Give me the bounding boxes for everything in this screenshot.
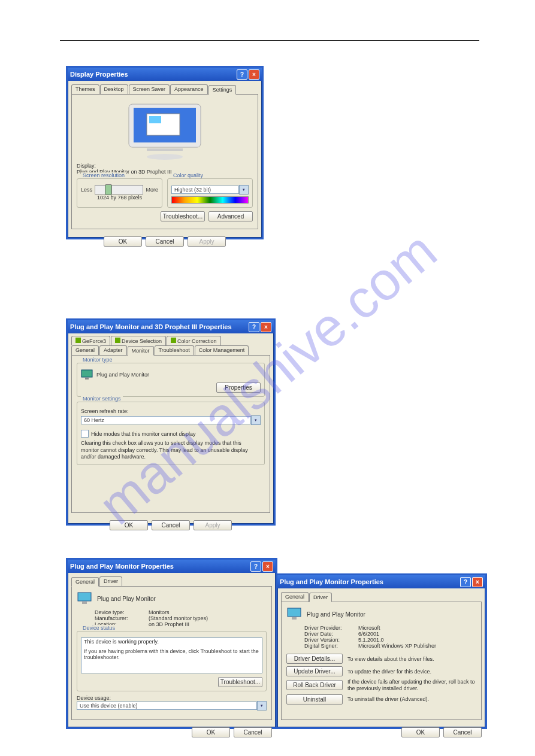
monitor-icon <box>81 369 93 380</box>
titlebar: Plug and Play Monitor and 3D Prophet III… <box>68 320 274 333</box>
troubleshoot-button[interactable]: Troubleshoot... <box>218 677 262 687</box>
chevron-down-icon: ▾ <box>239 185 249 195</box>
close-button[interactable]: × <box>249 69 259 80</box>
help-button[interactable]: ? <box>250 561 261 572</box>
help-button[interactable]: ? <box>249 322 259 332</box>
date-label: Driver Date: <box>304 631 358 637</box>
status-line2: If you are having problems with this dev… <box>84 648 259 660</box>
tab-appearance[interactable]: Appearance <box>170 84 208 94</box>
tab-monitor[interactable]: Monitor <box>128 346 154 356</box>
device-status-textarea[interactable]: This device is working properly. If you … <box>81 637 262 673</box>
location-value: on 3D Prophet III <box>149 621 189 627</box>
tab-driver[interactable]: Driver <box>99 576 122 586</box>
cancel-button[interactable]: Cancel <box>234 727 272 737</box>
tab-color-mgmt[interactable]: Color Management <box>195 345 249 355</box>
ok-button[interactable]: OK <box>192 727 230 737</box>
device-status-groupbox: Device status <box>81 625 117 631</box>
tabstrip: General Driver <box>277 588 485 602</box>
manufacturer-label: Manufacturer: <box>95 615 149 621</box>
svg-rect-7 <box>85 378 89 379</box>
nvidia-icon <box>75 338 81 343</box>
tab-desktop[interactable]: Desktop <box>100 84 128 94</box>
apply-button[interactable]: Apply <box>194 520 232 530</box>
resolution-slider[interactable] <box>95 185 143 195</box>
svg-rect-4 <box>147 148 183 151</box>
device-name: Plug and Play Monitor <box>307 611 365 618</box>
provider-label: Driver Provider: <box>304 625 358 631</box>
tab-general[interactable]: General <box>71 577 99 587</box>
color-preview <box>171 196 249 204</box>
tab-device-selection[interactable]: Device Selection <box>111 336 166 345</box>
close-button[interactable]: × <box>262 561 273 572</box>
version-label: Driver Version: <box>304 637 358 643</box>
tab-settings[interactable]: Settings <box>208 85 237 95</box>
tab-general[interactable]: General <box>281 592 309 602</box>
help-button[interactable]: ? <box>460 577 471 587</box>
update-driver-desc: To update the driver for this device. <box>347 669 476 675</box>
nvidia-icon <box>171 338 176 343</box>
uninstall-desc: To uninstall the driver (Advanced). <box>347 696 476 702</box>
monitor-icon <box>286 607 302 621</box>
monitor-properties-dialog: Plug and Play Monitor and 3D Prophet III… <box>66 318 276 526</box>
svg-rect-11 <box>292 617 297 620</box>
cancel-button[interactable]: Cancel <box>443 727 482 737</box>
provider-value: Microsoft <box>358 625 380 631</box>
device-type-label: Device type: <box>95 609 149 615</box>
tab-color-correction[interactable]: Color Correction <box>167 336 221 345</box>
pnp-general-dialog: Plug and Play Monitor Properties ? × Gen… <box>66 558 277 729</box>
refresh-rate-label: Screen refresh rate: <box>81 408 261 414</box>
device-usage-dropdown[interactable]: Use this device (enable) ▾ <box>77 701 267 711</box>
cancel-button[interactable]: Cancel <box>146 236 184 247</box>
resolution-value: 1024 by 768 pixels <box>81 195 158 201</box>
tab-screensaver[interactable]: Screen Saver <box>129 84 170 94</box>
device-usage-label: Device usage: <box>77 695 267 701</box>
driver-details-button[interactable]: Driver Details... <box>286 654 343 664</box>
svg-point-5 <box>147 154 183 160</box>
advanced-button[interactable]: Advanced <box>208 211 253 221</box>
titlebar: Plug and Play Monitor Properties ? × <box>277 575 485 588</box>
update-driver-button[interactable]: Update Driver... <box>286 666 343 676</box>
window-title: Plug and Play Monitor Properties <box>70 563 249 570</box>
ok-button[interactable]: OK <box>401 727 440 737</box>
dialog-buttons: OK Cancel Apply <box>68 233 262 250</box>
tab-body: Monitor type Plug and Play Monitor Prope… <box>71 355 270 513</box>
tabstrip-top: GeForce3 Device Selection Color Correcti… <box>68 333 274 345</box>
checkbox-icon <box>81 430 89 438</box>
cancel-button[interactable]: Cancel <box>152 520 190 530</box>
tab-geforce3[interactable]: GeForce3 <box>71 336 110 345</box>
device-usage-value: Use this device (enable) <box>77 702 257 710</box>
help-button[interactable]: ? <box>237 69 247 80</box>
tab-body: Plug and Play Monitor Driver Provider:Mi… <box>281 602 482 720</box>
svg-rect-3 <box>149 116 161 123</box>
tab-adapter[interactable]: Adapter <box>99 345 127 355</box>
apply-button[interactable]: Apply <box>188 236 226 247</box>
tab-troubleshoot[interactable]: Troubleshoot <box>155 345 194 355</box>
monitor-icon <box>77 591 92 606</box>
dialog-buttons: OK Cancel <box>277 724 485 741</box>
ok-button[interactable]: OK <box>104 236 142 247</box>
resolution-groupbox: Screen resolution <box>81 172 126 178</box>
svg-rect-8 <box>78 593 91 601</box>
tab-themes[interactable]: Themes <box>71 84 99 94</box>
troubleshoot-button[interactable]: Troubleshoot... <box>161 211 205 221</box>
window-title: Plug and Play Monitor and 3D Prophet III… <box>70 323 247 330</box>
tab-driver[interactable]: Driver <box>309 593 332 602</box>
tab-general[interactable]: General <box>71 345 99 355</box>
close-button[interactable]: × <box>261 322 271 332</box>
rollback-driver-button[interactable]: Roll Back Driver <box>286 680 343 690</box>
date-value: 6/6/2001 <box>358 631 379 637</box>
monitor-type-groupbox: Monitor type <box>81 357 114 363</box>
tabstrip: General Driver <box>68 573 276 586</box>
properties-button[interactable]: Properties <box>216 382 261 393</box>
hide-modes-checkbox[interactable]: Hide modes that this monitor cannot disp… <box>81 430 261 438</box>
ok-button[interactable]: OK <box>110 520 148 530</box>
svg-rect-6 <box>81 370 92 377</box>
refresh-rate-dropdown[interactable]: 60 Hertz ▾ <box>81 415 261 425</box>
color-quality-dropdown[interactable]: Highest (32 bit) ▾ <box>171 185 249 195</box>
manufacturer-value: (Standard monitor types) <box>149 615 208 621</box>
status-line1: This device is working properly. <box>84 639 259 645</box>
close-button[interactable]: × <box>472 577 483 587</box>
svg-rect-10 <box>288 608 301 617</box>
uninstall-button[interactable]: Uninstall <box>286 694 343 705</box>
pnp-driver-dialog: Plug and Play Monitor Properties ? × Gen… <box>276 573 487 729</box>
